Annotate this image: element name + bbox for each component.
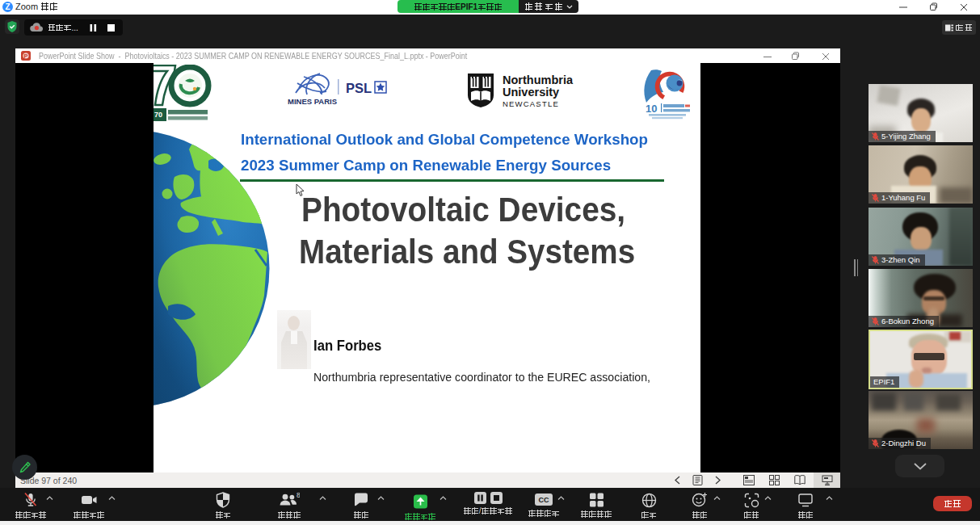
svg-text:NEWCASTLE: NEWCASTLE bbox=[503, 99, 559, 108]
svg-text:MINES PARIS: MINES PARIS bbox=[288, 97, 337, 106]
svg-text:P: P bbox=[23, 52, 27, 60]
svg-text:University: University bbox=[503, 86, 559, 99]
svg-text:CC: CC bbox=[539, 496, 549, 504]
svg-text:Northumbria: Northumbria bbox=[503, 74, 574, 86]
svg-text:PSL: PSL bbox=[346, 81, 372, 95]
svg-text:70: 70 bbox=[154, 111, 162, 119]
svg-text:10: 10 bbox=[646, 103, 657, 115]
svg-text:8: 8 bbox=[297, 492, 300, 499]
